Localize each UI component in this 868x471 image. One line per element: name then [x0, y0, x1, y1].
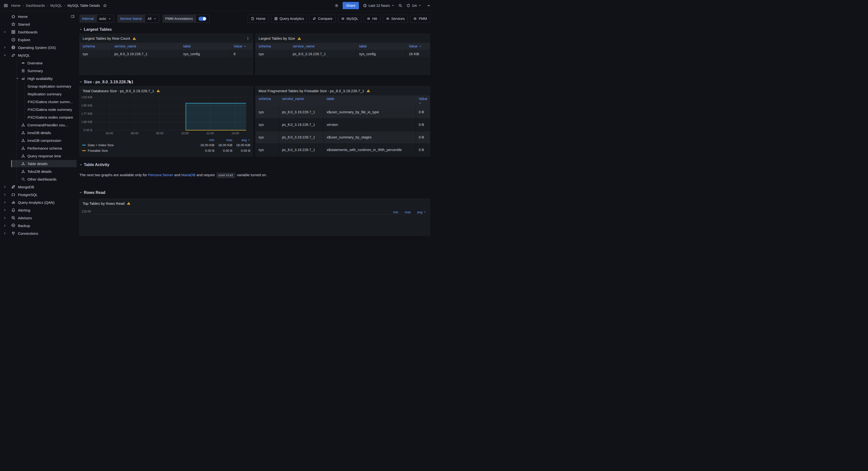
bars-icon: [341, 17, 345, 20]
sidebar-item-overview[interactable]: Overview: [0, 59, 79, 67]
sidebar-item-explore[interactable]: Explore: [0, 36, 79, 43]
link-button-home[interactable]: Home: [248, 14, 269, 23]
warning-icon[interactable]: [156, 89, 160, 93]
menu-toggle-icon[interactable]: [3, 3, 8, 8]
column-header-schema[interactable]: schema: [80, 43, 112, 49]
link-button-services[interactable]: Services: [383, 14, 408, 23]
sidebar-item-query-response-time[interactable]: Query response time: [0, 152, 79, 160]
sidebar-item-mysql[interactable]: MySQL: [0, 51, 79, 59]
section-rows-read[interactable]: Rows Read: [80, 190, 430, 195]
column-header-value[interactable]: Value: [231, 43, 253, 49]
time-series-chart[interactable]: 125.00 min max avg: [80, 208, 430, 235]
column-header-value[interactable]: Value: [416, 95, 430, 106]
sidebar-item-mongodb[interactable]: MongoDB: [0, 183, 79, 191]
link-button-compare[interactable]: Compare: [309, 14, 336, 23]
percona-server-link[interactable]: Percona Server: [148, 173, 173, 177]
column-header-table[interactable]: table: [356, 43, 406, 49]
column-header-value[interactable]: Value: [406, 43, 430, 49]
pmm-annotations-toggle[interactable]: [198, 17, 207, 21]
warning-icon[interactable]: [366, 89, 370, 93]
settings-gear-icon[interactable]: [335, 4, 339, 7]
sidebar-item-starred[interactable]: Starred: [0, 20, 79, 28]
sidebar-item-other-dashboards[interactable]: Other dashboards: [0, 175, 79, 183]
legend-series-freeable-size[interactable]: Freeable Size: [82, 149, 196, 153]
legend-col-min[interactable]: min: [209, 138, 214, 142]
column-header-service-name[interactable]: service_name: [279, 95, 324, 106]
chevron-down-icon: [80, 28, 82, 31]
link-button-ha[interactable]: HA: [364, 14, 380, 23]
sidebar-item-summary[interactable]: Summary: [0, 67, 79, 74]
sidebar-item-pxc-galera-nodes-compare[interactable]: PXC/Galera nodes compare: [0, 113, 79, 121]
svg-text:9.77 KiB: 9.77 KiB: [82, 112, 92, 115]
column-header-schema[interactable]: schema: [256, 95, 279, 106]
panel-menu-kebab-icon[interactable]: [246, 37, 250, 40]
sidebar-item-operating-system-os[interactable]: Operating System (OS): [0, 43, 79, 51]
legend-series-data-index-size[interactable]: Data + Index Size: [82, 143, 196, 147]
panel-title[interactable]: Top Tables by Rows Read: [83, 201, 125, 205]
panel-top-tables-by-rows-read: Top Tables by Rows Read 125.00 min max a…: [80, 199, 430, 236]
legend-value-min: 16.00 KiB: [200, 143, 214, 147]
sidebar-item-pxc-galera-cluster-summ[interactable]: PXC/Galera cluster summ...: [0, 98, 79, 105]
section-largest-tables[interactable]: Largest Tables: [80, 27, 430, 32]
warning-icon[interactable]: [132, 37, 136, 40]
sidebar-item-high-availability[interactable]: High availability: [0, 74, 79, 82]
collapse-caret-up-icon[interactable]: [427, 4, 431, 7]
column-header-schema[interactable]: schema: [256, 43, 290, 49]
share-button[interactable]: Share: [343, 2, 359, 9]
panel-title[interactable]: Most Fragmented Tables by Freeable Size …: [258, 89, 364, 93]
svg-text:10:00: 10:00: [181, 132, 188, 135]
link-button-pmm[interactable]: PMM: [410, 14, 430, 23]
sidebar-item-advisors[interactable]: Advisors: [0, 214, 79, 222]
column-header-table[interactable]: table: [180, 43, 231, 49]
sidebar-item-innodb-compression[interactable]: InnoDB compression: [0, 136, 79, 144]
link-button-mysql[interactable]: MySQL: [338, 14, 361, 23]
sidebar-item-performance-schema[interactable]: Performance schema: [0, 144, 79, 152]
legend-col-max[interactable]: max: [226, 138, 232, 142]
sidebar-item-postgresql[interactable]: PostgreSQL: [0, 191, 79, 199]
zoom-out-icon[interactable]: [398, 4, 402, 7]
warning-icon[interactable]: [127, 201, 131, 205]
sidebar-item-replication-summary[interactable]: Replication summary: [0, 90, 79, 98]
chevron-down-icon: [419, 45, 422, 48]
favorite-star-icon[interactable]: [103, 4, 107, 7]
sidebar-item-alerting[interactable]: Alerting: [0, 206, 79, 214]
panel-title[interactable]: Total Databases Size - ps_8.0_3.19.228.7…: [83, 89, 154, 93]
sidebar-item-group-replication-summary[interactable]: Group replication summary: [0, 82, 79, 90]
breadcrumb-item-mysql-table-details[interactable]: MySQL Table Details: [67, 4, 100, 7]
column-header-service-name[interactable]: service_name: [112, 43, 180, 49]
link-button-query-analytics[interactable]: Query Analytics: [271, 14, 307, 23]
column-header-service-name[interactable]: service_name: [290, 43, 356, 49]
legend-col-avg[interactable]: avg: [417, 210, 426, 214]
sidebar-item-query-analytics-qan[interactable]: Query Analytics (QAN): [0, 199, 79, 206]
panel-right-icon[interactable]: [71, 14, 74, 19]
breadcrumb-item-mysql[interactable]: MySQL: [51, 4, 62, 7]
panel-title[interactable]: Largest Tables by Size: [258, 36, 295, 40]
time-series-chart[interactable]: 0.00 B4.88 KiB9.77 KiB14.65 KiB19.53 KiB…: [80, 95, 253, 137]
interval-dropdown[interactable]: auto: [96, 14, 114, 23]
column-header-table[interactable]: table: [324, 95, 416, 106]
section-table-activity[interactable]: Table Activity: [80, 162, 430, 167]
warning-icon[interactable]: [297, 37, 301, 40]
legend-col-avg[interactable]: avg: [241, 138, 250, 142]
sidebar-item-home[interactable]: Home: [0, 12, 79, 20]
sidebar-item-backup[interactable]: Backup: [0, 222, 79, 230]
time-range-picker[interactable]: Last 12 hours: [363, 4, 394, 7]
legend-col-max[interactable]: max: [405, 210, 411, 214]
sidebar-item-tokudb-details[interactable]: TokuDB details: [0, 167, 79, 175]
sidebar-item-table-details[interactable]: Table details: [0, 160, 79, 167]
sidebar-item-dashboards[interactable]: Dashboards: [0, 28, 79, 36]
breadcrumb-item-dashboards[interactable]: Dashboards: [26, 4, 45, 7]
sidebar-item-command-handler-cou[interactable]: Command/Handler cou...: [0, 121, 79, 129]
refresh-icon[interactable]: [406, 4, 410, 7]
breadcrumb-item-home[interactable]: Home: [11, 4, 21, 7]
panel-title[interactable]: Largest Tables by Row Count: [83, 36, 130, 40]
sidebar-item-pxc-galera-node-summary[interactable]: PXC/Galera node summary: [0, 105, 79, 113]
sidebar-item-connections[interactable]: Connections: [0, 230, 79, 236]
service-name-dropdown[interactable]: All: [145, 14, 159, 23]
refresh-picker[interactable]: 1m: [406, 4, 421, 7]
series-color-swatch: [82, 145, 86, 145]
sidebar-item-innodb-details[interactable]: InnoDB details: [0, 129, 79, 136]
section-size[interactable]: Size - ps_8.0_3.19.228.7_1: [80, 80, 430, 84]
mariadb-link[interactable]: MariaDB: [181, 173, 195, 177]
legend-col-min[interactable]: min: [393, 210, 398, 214]
